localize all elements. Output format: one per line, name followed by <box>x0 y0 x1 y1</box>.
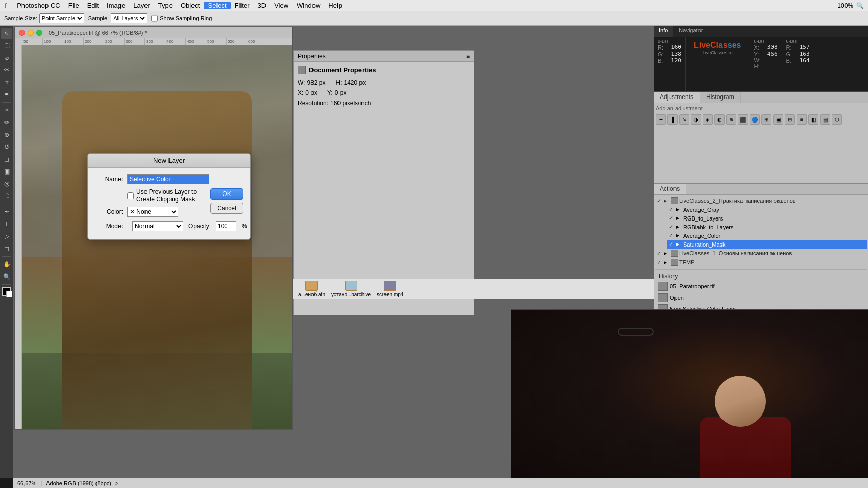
maximize-button[interactable] <box>36 30 42 36</box>
minimize-button[interactable] <box>28 30 34 36</box>
cancel-button[interactable]: Cancel <box>210 203 243 214</box>
blur-tool[interactable]: ◎ <box>1 178 12 189</box>
adj-bright-contrast[interactable]: ☀ <box>656 114 666 125</box>
status-arrow[interactable]: > <box>115 480 118 486</box>
history-item-0[interactable]: 05_Paratrooper.tif <box>655 281 867 292</box>
action-item-saturation-mask[interactable]: ✓ ▶ Saturation_Mask <box>667 240 867 249</box>
history-brush-tool[interactable]: ↺ <box>1 141 12 153</box>
doc-props-icon <box>298 66 306 74</box>
menu-object[interactable]: Object <box>177 2 204 9</box>
adjustments-tab[interactable]: Adjustments <box>654 92 700 103</box>
file-item-3[interactable]: screen.mp4 <box>377 281 403 297</box>
sample-size-select[interactable]: Point Sample <box>39 13 84 23</box>
opacity-input[interactable] <box>216 221 236 231</box>
action-item-average-gray[interactable]: ✓ ▶ Average_Gray <box>667 205 867 214</box>
sample-select[interactable]: All Layers <box>111 13 147 23</box>
menu-select[interactable]: Select <box>204 2 230 9</box>
foreground-color[interactable] <box>2 287 11 296</box>
action-item-average-color[interactable]: ✓ ▶ Average_Color <box>667 231 867 240</box>
check-6: ✓ <box>669 241 675 248</box>
adj-selective-color[interactable]: ⬡ <box>832 114 842 125</box>
layer-name-input[interactable] <box>127 174 209 184</box>
menu-image[interactable]: Image <box>103 2 129 9</box>
history-item-open[interactable]: Open <box>655 292 867 303</box>
check-g3: ✓ <box>657 259 663 266</box>
position-section: 8-bit X: 308 Y: 466 W: H: <box>750 37 782 91</box>
width-label: W: <box>298 79 305 86</box>
file-item-1[interactable]: а...еноб.atn <box>298 281 325 297</box>
adj-curves[interactable]: ∿ <box>679 114 689 125</box>
menu-file[interactable]: File <box>64 2 83 9</box>
adj-levels[interactable]: ▐ <box>667 114 678 125</box>
adj-hue-sat[interactable]: ◐ <box>714 114 725 125</box>
info-tab[interactable]: Info <box>654 26 673 37</box>
color-info-section-1: 8-bit R: 160 G: 138 B: 120 <box>654 37 686 91</box>
eyedropper-tool[interactable]: ✒ <box>1 89 12 100</box>
clipping-mask-row: Use Previous Layer to Create Clipping Ma… <box>127 188 209 203</box>
adj-channel-mixer[interactable]: ⊞ <box>761 114 771 125</box>
dialog-buttons: OK Cancel <box>210 188 243 214</box>
type-tool[interactable]: T <box>1 218 12 230</box>
menu-filter[interactable]: Filter <box>231 2 254 9</box>
dodge-tool[interactable]: ☽ <box>1 190 12 202</box>
crop-tool[interactable]: ⌗ <box>1 77 12 88</box>
lasso-tool[interactable]: ⌀ <box>1 52 12 63</box>
close-button[interactable] <box>19 30 25 36</box>
sample-label: Sample: <box>88 15 109 21</box>
menu-window[interactable]: Window <box>293 2 324 9</box>
path-select-tool[interactable]: ▷ <box>1 231 12 242</box>
action-group-3[interactable]: ✓ ▶ TEMP <box>655 258 867 267</box>
mode-select[interactable]: Normal <box>132 221 183 231</box>
adj-photo-filter[interactable]: 🔵 <box>750 114 760 125</box>
marquee-tool[interactable]: ⬚ <box>1 40 12 51</box>
navigator-tab[interactable]: Navigator <box>673 26 708 37</box>
adj-vibrance[interactable]: ◈ <box>703 114 713 125</box>
menu-view[interactable]: View <box>270 2 293 9</box>
pen-tool[interactable]: ✒ <box>1 206 12 217</box>
gradient-tool[interactable]: ▣ <box>1 166 12 177</box>
clone-tool[interactable]: ⊕ <box>1 129 12 140</box>
adj-threshold[interactable]: ◧ <box>808 114 818 125</box>
clipping-mask-checkbox[interactable] <box>127 192 134 199</box>
adj-posterize[interactable]: ≡ <box>797 114 807 125</box>
color-mode-label: 8-bit <box>658 39 681 44</box>
action-group-1[interactable]: ✓ ▶ LiveClasses_2_Практика написания экш… <box>655 196 867 205</box>
apple-menu[interactable]:  <box>0 2 13 10</box>
search-icon[interactable]: 🔍 <box>856 2 864 9</box>
adj-exposure[interactable]: ◑ <box>691 114 701 125</box>
properties-collapse-icon[interactable]: ≡ <box>466 53 470 60</box>
check-5: ✓ <box>669 232 675 239</box>
adj-bw[interactable]: ⬛ <box>738 114 748 125</box>
menu-type[interactable]: Type <box>154 2 177 9</box>
healing-tool[interactable]: ⌖ <box>1 105 12 116</box>
menu-3d[interactable]: 3D <box>254 2 271 9</box>
adj-color-balance[interactable]: ⊕ <box>726 114 736 125</box>
adj-invert[interactable]: ⊟ <box>785 114 795 125</box>
menu-photoshop[interactable]: Photoshop CC <box>13 2 64 9</box>
actions-tab[interactable]: Actions <box>654 184 686 194</box>
action-item-rgb-layers[interactable]: ✓ ▶ RGB_to_Layers <box>667 214 867 223</box>
document-title: 05_Paratrooper.tif @ 66,7% (RGB/8#) * <box>49 30 147 36</box>
person-head <box>715 376 766 427</box>
color-select[interactable]: ✕ None <box>127 207 178 217</box>
brush-tool[interactable]: ✏ <box>1 117 12 128</box>
move-tool[interactable]: ↖ <box>1 28 12 39</box>
action-group-2[interactable]: ✓ ▶ LiveClasses_1_Основы написания экшен… <box>655 249 867 258</box>
hand-tool[interactable]: ✋ <box>1 259 12 270</box>
action-item-rgblabk[interactable]: ✓ ▶ RGBlabk_to_Layers <box>667 223 867 231</box>
y-row: Y: 466 <box>754 51 778 57</box>
menu-layer[interactable]: Layer <box>129 2 154 9</box>
shape-tool[interactable]: ◻ <box>1 243 12 254</box>
menu-help[interactable]: Help <box>324 2 346 9</box>
adj-color-lookup[interactable]: ▣ <box>773 114 783 125</box>
file-item-2[interactable]: устано...barchive <box>331 281 371 297</box>
adj-gradient-map[interactable]: ▤ <box>820 114 830 125</box>
histogram-tab[interactable]: Histogram <box>700 92 741 103</box>
background-color[interactable] <box>6 291 12 297</box>
quick-select-tool[interactable]: ⚯ <box>1 64 12 76</box>
ok-button[interactable]: OK <box>210 188 243 200</box>
eraser-tool[interactable]: ◻ <box>1 154 12 165</box>
zoom-tool[interactable]: 🔍 <box>1 271 12 282</box>
menu-edit[interactable]: Edit <box>83 2 103 9</box>
show-sampling-checkbox[interactable] <box>151 13 158 23</box>
